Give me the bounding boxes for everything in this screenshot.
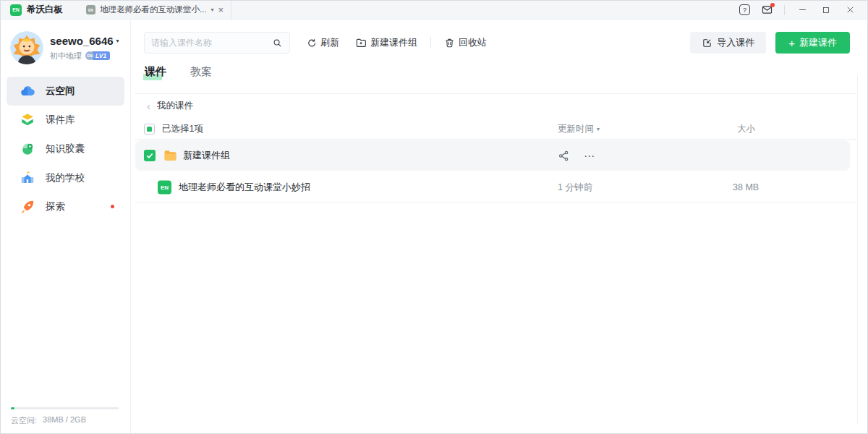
breadcrumb-label: 我的课件 bbox=[157, 100, 193, 112]
tab-close-icon[interactable]: × bbox=[218, 5, 224, 14]
titlebar-controls: ? bbox=[739, 4, 867, 17]
library-icon bbox=[20, 112, 35, 128]
titlebar-left: EN 希沃白板 bbox=[1, 4, 63, 16]
main-content: 刷新 新建课件组 回收站 导入课件 + 新建课件 bbox=[132, 20, 867, 433]
tab-lesson-plans-label: 教案 bbox=[190, 65, 212, 77]
scrollbar-track[interactable] bbox=[857, 75, 858, 425]
divider bbox=[135, 203, 856, 203]
storage-label: 云空间: bbox=[11, 415, 37, 426]
document-icon: EN bbox=[86, 5, 95, 14]
recycle-bin-button[interactable]: 回收站 bbox=[444, 36, 487, 49]
toolbar: 刷新 新建课件组 回收站 导入课件 + 新建课件 bbox=[144, 32, 850, 54]
storage-progress-fill bbox=[11, 407, 14, 409]
sidebar-item-label: 云空间 bbox=[46, 85, 75, 98]
capsule-icon bbox=[20, 141, 35, 157]
import-icon bbox=[702, 38, 712, 48]
chevron-left-icon[interactable]: ‹ bbox=[147, 101, 150, 111]
tab-courseware-label: 课件 bbox=[145, 65, 166, 77]
help-icon[interactable]: ? bbox=[739, 4, 750, 15]
chevron-down-icon[interactable]: ▾ bbox=[116, 38, 119, 44]
app-window: EN 希沃白板 EN 地理老师必看的互动课堂小... ▾ × ? bbox=[0, 0, 868, 434]
minimize-button[interactable] bbox=[796, 4, 809, 17]
folder-icon bbox=[163, 148, 178, 163]
app-logo-icon: EN bbox=[10, 4, 22, 16]
new-courseware-button[interactable]: + 新建课件 bbox=[775, 32, 850, 54]
sidebar-item-label: 我的学校 bbox=[46, 171, 85, 184]
sort-caret-icon: ▾ bbox=[597, 126, 600, 132]
row-updated-time: 1 分钟前 bbox=[558, 182, 592, 194]
divider bbox=[135, 93, 856, 94]
list-header: 已选择1项 更新时间 ▾ 大小 bbox=[144, 119, 850, 138]
sidebar-item-label: 知识胶囊 bbox=[46, 142, 85, 156]
sidebar-item-label: 探索 bbox=[46, 200, 65, 213]
en-badge-icon: EN bbox=[85, 51, 94, 60]
school-icon bbox=[20, 170, 35, 186]
column-time-label: 更新时间 bbox=[558, 123, 594, 135]
more-actions-icon[interactable]: ⋯ bbox=[584, 150, 595, 161]
share-icon[interactable] bbox=[558, 150, 570, 162]
column-size-label: 大小 bbox=[737, 123, 755, 135]
notification-dot bbox=[770, 3, 775, 7]
content-tabs: 课件 教案 bbox=[145, 65, 212, 79]
import-courseware-label: 导入课件 bbox=[717, 36, 754, 49]
search-box[interactable] bbox=[144, 32, 290, 54]
refresh-icon bbox=[306, 38, 317, 48]
new-courseware-label: 新建课件 bbox=[799, 36, 837, 49]
trash-icon bbox=[444, 38, 455, 48]
level-badge: EN LV1 bbox=[85, 51, 110, 60]
courseware-file-icon: EN bbox=[158, 181, 171, 195]
table-row-folder[interactable]: 新建课件组 ⋯ bbox=[135, 140, 850, 171]
tab-lesson-plans[interactable]: 教案 bbox=[190, 65, 212, 79]
column-header-size: 大小 bbox=[737, 123, 755, 135]
mail-icon[interactable] bbox=[761, 4, 773, 16]
refresh-button[interactable]: 刷新 bbox=[306, 36, 339, 49]
new-group-label: 新建课件组 bbox=[370, 36, 417, 49]
storage-value: 38MB / 2GB bbox=[43, 415, 86, 426]
maximize-button[interactable] bbox=[820, 4, 833, 17]
avatar[interactable] bbox=[10, 31, 43, 64]
username: seewo_6646 bbox=[50, 35, 114, 47]
close-button[interactable] bbox=[843, 4, 856, 17]
import-courseware-button[interactable]: 导入课件 bbox=[690, 32, 766, 54]
row-name[interactable]: 地理老师必看的互动课堂小妙招 bbox=[179, 181, 310, 194]
titlebar: EN 希沃白板 EN 地理老师必看的互动课堂小... ▾ × ? bbox=[1, 1, 867, 20]
row-name[interactable]: 新建课件组 bbox=[183, 149, 230, 162]
table-row-courseware[interactable]: EN 地理老师必看的互动课堂小妙招 1 分钟前 38 MB bbox=[135, 172, 850, 203]
sidebar-menu: 云空间 课件库 知识胶囊 bbox=[7, 77, 124, 221]
plus-icon: + bbox=[788, 38, 795, 48]
document-tab-title: 地理老师必看的互动课堂小... bbox=[100, 4, 207, 15]
sidebar-item-knowledge-capsule[interactable]: 知识胶囊 bbox=[7, 135, 124, 163]
titlebar-separator bbox=[784, 5, 785, 15]
column-header-time[interactable]: 更新时间 ▾ bbox=[558, 123, 600, 135]
new-group-button[interactable]: 新建课件组 bbox=[355, 36, 417, 49]
select-all-checkbox[interactable] bbox=[144, 124, 155, 135]
tab-courseware[interactable]: 课件 bbox=[145, 65, 166, 79]
toolbar-separator bbox=[430, 37, 431, 48]
sidebar-item-cloud-space[interactable]: 云空间 bbox=[7, 77, 124, 106]
sidebar-item-courseware-library[interactable]: 课件库 bbox=[7, 106, 124, 135]
sidebar-item-my-school[interactable]: 我的学校 bbox=[7, 163, 124, 192]
row-actions: ⋯ bbox=[558, 140, 595, 171]
explore-notification-dot bbox=[111, 205, 114, 208]
search-input[interactable] bbox=[151, 38, 272, 48]
search-icon[interactable] bbox=[272, 38, 283, 48]
recycle-bin-label: 回收站 bbox=[459, 36, 487, 49]
divider bbox=[135, 139, 856, 140]
user-profile[interactable]: seewo_6646 ▾ 初中地理 EN LV1 bbox=[10, 31, 119, 64]
sidebar: seewo_6646 ▾ 初中地理 EN LV1 云空间 bbox=[1, 20, 131, 433]
rocket-icon bbox=[20, 199, 35, 215]
app-title: 希沃白板 bbox=[27, 4, 63, 16]
sidebar-item-explore[interactable]: 探索 bbox=[7, 192, 124, 221]
storage-progress-bar bbox=[11, 407, 119, 409]
row-size: 38 MB bbox=[733, 182, 759, 192]
subject-label: 初中地理 bbox=[50, 51, 82, 61]
storage-footer: 云空间: 38MB / 2GB bbox=[11, 407, 119, 426]
row-checkbox-checked[interactable] bbox=[144, 150, 156, 161]
sidebar-item-label: 课件库 bbox=[46, 114, 75, 127]
selected-count-label: 已选择1项 bbox=[162, 123, 203, 135]
breadcrumb[interactable]: ‹ 我的课件 bbox=[147, 100, 193, 112]
document-tab[interactable]: EN 地理老师必看的互动课堂小... ▾ × bbox=[79, 1, 231, 20]
profile-text: seewo_6646 ▾ 初中地理 EN LV1 bbox=[50, 35, 119, 61]
chevron-down-icon[interactable]: ▾ bbox=[211, 7, 214, 13]
folder-plus-icon bbox=[355, 37, 367, 48]
